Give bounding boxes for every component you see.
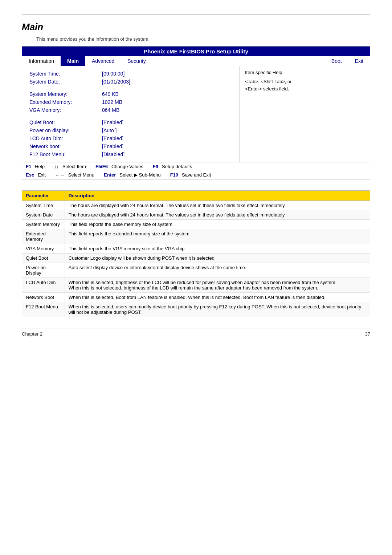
- param-cell: VGA Memory: [22, 244, 65, 254]
- desc-cell: This field reports the extended memory s…: [65, 229, 370, 244]
- param-cell: System Date: [22, 210, 65, 220]
- table-row: Extended MemoryThis field reports the ex…: [22, 229, 370, 244]
- col-header-description: Description: [65, 191, 370, 201]
- table-row: Quiet BootCustomer Logo display will be …: [22, 254, 370, 263]
- field-system-time[interactable]: System Time: [09:00:00]: [29, 70, 232, 78]
- page-number: 37: [365, 331, 370, 337]
- key-enter: Enter: [104, 172, 116, 178]
- bios-nav-bar: Information Main Advanced Security Boot …: [22, 56, 370, 66]
- spacer-2: [29, 114, 232, 118]
- desc-cell: Auto select display device or internal/e…: [65, 263, 370, 278]
- param-cell: Network Boot: [22, 293, 65, 302]
- desc-select-menu: Select Menu: [68, 172, 94, 178]
- field-power-on-display[interactable]: Power on display: [Auto ]: [29, 126, 232, 134]
- field-f12-boot-menu[interactable]: F12 Boot Menu: [Disabled]: [29, 150, 232, 158]
- field-lcd-auto-dim-label: LCD Auto Dim:: [29, 135, 102, 141]
- nav-item-boot[interactable]: Boot: [325, 56, 348, 66]
- chapter-label: Chapter 2: [22, 331, 42, 337]
- field-system-date[interactable]: System Date: [01/01/2003]: [29, 78, 232, 86]
- field-f12-boot-menu-value: [Disabled]: [102, 151, 124, 157]
- bios-content-area: System Time: [09:00:00] System Date: [01…: [22, 66, 370, 162]
- table-row: System MemoryThis field reports the base…: [22, 220, 370, 229]
- arrow-updown: ↑↓: [54, 164, 59, 169]
- key-f1: F1: [26, 164, 31, 169]
- param-cell: F12 Boot Menu: [22, 302, 65, 317]
- field-system-memory: System Memory: 640 KB: [29, 90, 232, 98]
- field-quiet-boot[interactable]: Quiet Boot: [Enabled]: [29, 118, 232, 126]
- arrow-leftright: ←→: [55, 172, 65, 178]
- field-system-memory-value: 640 KB: [102, 91, 119, 97]
- field-f12-boot-menu-label: F12 Boot Menu:: [29, 151, 102, 157]
- bios-help-panel: Item specific Help <Tab>, <Shift-Tab>, o…: [240, 66, 370, 162]
- desc-cell: When this is selected, brightness of the…: [65, 278, 370, 293]
- desc-cell: The hours are displayed with 24 hours fo…: [65, 201, 370, 210]
- desc-cell: This field reports the VGA memory size o…: [65, 244, 370, 254]
- param-cell: Quiet Boot: [22, 254, 65, 263]
- field-lcd-auto-dim[interactable]: LCD Auto Dim: [Enabled]: [29, 134, 232, 142]
- bios-setup-box: Phoenix cME FirstBIOS Pro Setup Utility …: [22, 46, 370, 179]
- param-cell: System Memory: [22, 220, 65, 229]
- col-header-parameter: Parameter: [22, 191, 65, 201]
- nav-item-information[interactable]: Information: [22, 56, 61, 66]
- desc-select-submenu: Select ▶ Sub-Menu: [119, 172, 160, 178]
- field-network-boot-label: Network boot:: [29, 143, 102, 149]
- table-row: LCD Auto DimWhen this is selected, brigh…: [22, 278, 370, 293]
- nav-item-security[interactable]: Security: [121, 56, 152, 66]
- desc-cell: Customer Logo display will be shown duri…: [65, 254, 370, 263]
- desc-cell: When this is selected, Boot from LAN fea…: [65, 293, 370, 302]
- desc-cell: The hours are displayed with 24 hours fo…: [65, 210, 370, 220]
- desc-help: Help: [35, 164, 45, 169]
- param-cell: Extended Memory: [22, 229, 65, 244]
- nav-item-advanced[interactable]: Advanced: [85, 56, 121, 66]
- key-esc: Esc: [26, 172, 34, 178]
- field-power-on-display-label: Power on display:: [29, 127, 102, 133]
- table-row: System DateThe hours are displayed with …: [22, 210, 370, 220]
- field-system-time-label: System Time:: [29, 71, 102, 77]
- field-system-date-label: System Date:: [29, 79, 102, 85]
- nav-item-exit[interactable]: Exit: [348, 56, 370, 66]
- field-quiet-boot-label: Quiet Boot:: [29, 119, 102, 125]
- nav-spacer: [152, 56, 325, 66]
- table-row: Power on DisplayAuto select display devi…: [22, 263, 370, 278]
- field-network-boot-value: [Enabled]: [102, 143, 123, 149]
- desc-cell: This field reports the base memory size …: [65, 220, 370, 229]
- field-vga-memory-value: 064 MB: [102, 107, 119, 113]
- field-extended-memory-label: Extended Memory:: [29, 99, 102, 105]
- bios-footer: F1 Help ↑↓ Select Item F5/F6 Change Valu…: [22, 162, 370, 179]
- desc-select-item: Select Item: [62, 164, 86, 169]
- field-extended-memory-value: 1022 MB: [102, 99, 122, 105]
- param-cell: LCD Auto Dim: [22, 278, 65, 293]
- field-system-date-value: [01/01/2003]: [102, 79, 130, 85]
- bios-fields-panel: System Time: [09:00:00] System Date: [01…: [22, 66, 240, 162]
- field-quiet-boot-value: [Enabled]: [102, 119, 123, 125]
- table-row: F12 Boot MenuWhen this is selected, user…: [22, 302, 370, 317]
- page-title: Main: [22, 21, 370, 33]
- param-cell: System Time: [22, 201, 65, 210]
- field-power-on-display-value: [Auto ]: [102, 127, 117, 133]
- key-f10: F10: [170, 172, 178, 178]
- desc-setup-defaults: Setup defaults: [162, 164, 192, 169]
- top-rule: [22, 15, 370, 15]
- field-vga-memory-label: VGA Memory:: [29, 107, 102, 113]
- param-cell: Power on Display: [22, 263, 65, 278]
- spacer-1: [29, 86, 232, 90]
- desc-save-exit: Save and Exit: [182, 172, 211, 178]
- desc-exit: Exit: [38, 172, 46, 178]
- parameter-table: Parameter Description System TimeThe hou…: [22, 190, 370, 317]
- field-system-memory-label: System Memory:: [29, 91, 102, 97]
- nav-item-main[interactable]: Main: [61, 56, 85, 66]
- field-extended-memory: Extended Memory: 1022 MB: [29, 98, 232, 106]
- desc-change-values: Change Values: [111, 164, 143, 169]
- field-network-boot[interactable]: Network boot: [Enabled]: [29, 142, 232, 150]
- field-system-time-value: [09:00:00]: [102, 71, 124, 77]
- table-row: VGA MemoryThis field reports the VGA mem…: [22, 244, 370, 254]
- bios-footer-row-1: F1 Help ↑↓ Select Item F5/F6 Change Valu…: [22, 162, 370, 171]
- field-lcd-auto-dim-value: [Enabled]: [102, 135, 123, 141]
- help-title: Item specific Help: [245, 70, 365, 75]
- help-text: <Tab>, <Shift-Tab>, or<Enter> selects fi…: [245, 78, 365, 92]
- page-subtitle: This menu provides you the information o…: [36, 36, 370, 42]
- table-row: System TimeThe hours are displayed with …: [22, 201, 370, 210]
- page-footer: Chapter 2 37: [22, 328, 370, 337]
- key-f9: F9: [153, 164, 158, 169]
- desc-cell: When this is selected, users can modify …: [65, 302, 370, 317]
